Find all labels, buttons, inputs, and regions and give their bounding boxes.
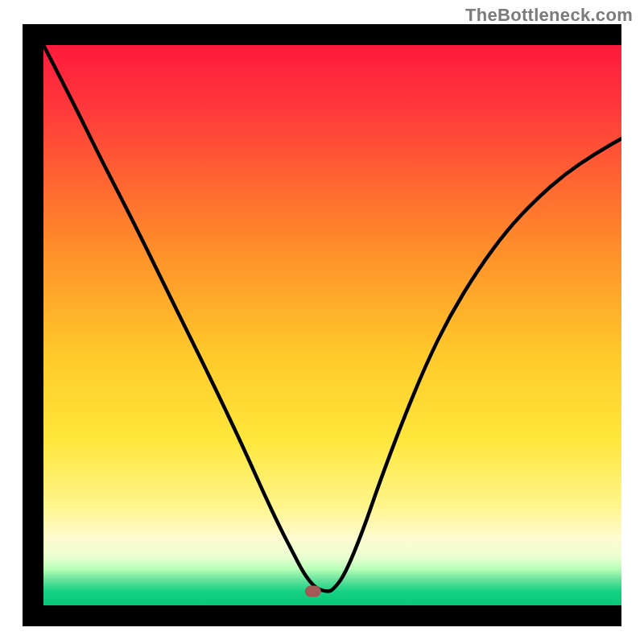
right-edge-cover	[621, 23, 644, 628]
optimal-marker	[305, 586, 321, 597]
chart-svg	[0, 0, 644, 644]
watermark-text: TheBottleneck.com	[465, 5, 633, 26]
chart-frame: TheBottleneck.com	[0, 0, 644, 644]
plot-background	[43, 45, 623, 605]
